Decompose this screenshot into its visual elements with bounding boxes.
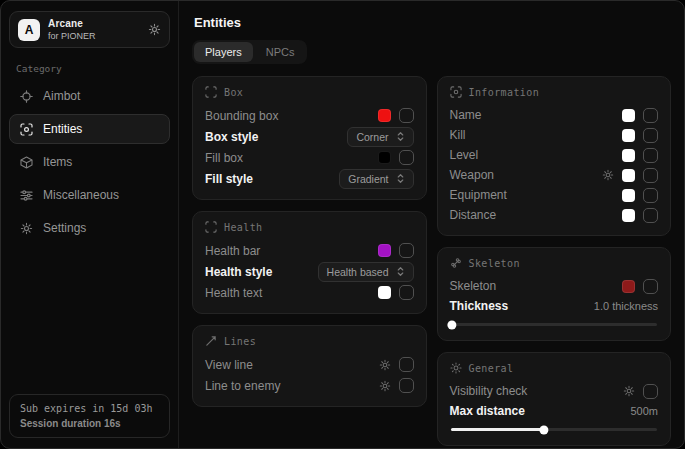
visibility-check-label: Visibility check	[450, 384, 528, 398]
weapon-color-swatch[interactable]	[622, 169, 635, 182]
tab-npcs[interactable]: NPCs	[255, 42, 306, 62]
entities-scan-icon	[20, 123, 33, 136]
fill-box-label: Fill box	[205, 151, 243, 165]
line-to-enemy-label: Line to enemy	[205, 379, 280, 393]
bounding-box-label: Bounding box	[205, 109, 278, 123]
kill-label: Kill	[450, 128, 466, 142]
sun-icon	[450, 362, 462, 374]
kill-checkbox[interactable]	[643, 128, 658, 143]
max-distance-slider-thumb[interactable]	[540, 425, 549, 434]
sidebar-item-label: Aimbot	[43, 89, 80, 103]
max-distance-slider[interactable]	[451, 428, 658, 431]
equipment-checkbox[interactable]	[643, 188, 658, 203]
view-line-gear-icon[interactable]	[379, 359, 391, 371]
bounding-box-checkbox[interactable]	[399, 108, 414, 123]
thickness-label: Thickness	[450, 299, 509, 313]
health-text-checkbox[interactable]	[399, 285, 414, 300]
skeleton-label: Skeleton	[450, 279, 497, 293]
health-bar-color-swatch[interactable]	[378, 244, 391, 257]
equipment-color-swatch[interactable]	[622, 189, 635, 202]
health-style-select[interactable]: Health based	[318, 262, 414, 282]
sidebar: A Arcane for PIONER Category Aim	[1, 1, 179, 448]
box-panel: Box Bounding box Box style Corner	[192, 76, 427, 200]
sidebar-nav: Aimbot Entities Items	[9, 81, 170, 243]
view-line-label: View line	[205, 358, 253, 372]
weapon-label: Weapon	[450, 168, 494, 182]
health-text-color-swatch[interactable]	[378, 286, 391, 299]
level-label: Level	[450, 148, 479, 162]
sidebar-settings-icon[interactable]	[148, 23, 161, 36]
information-panel: Information Name Kill	[437, 76, 672, 236]
sidebar-item-entities[interactable]: Entities	[9, 114, 170, 144]
app-window: A Arcane for PIONER Category Aim	[0, 0, 685, 449]
box-style-label: Box style	[205, 130, 258, 144]
name-color-swatch[interactable]	[622, 109, 635, 122]
unfold-icon	[396, 266, 405, 277]
name-checkbox[interactable]	[643, 108, 658, 123]
fill-box-color-swatch[interactable]	[378, 151, 391, 164]
weapon-gear-icon[interactable]	[602, 169, 614, 181]
bounding-box-color-swatch[interactable]	[378, 109, 391, 122]
health-text-label: Health text	[205, 286, 262, 300]
box-style-value: Corner	[356, 131, 388, 143]
package-icon	[20, 156, 33, 169]
brand-card: A Arcane for PIONER	[9, 11, 170, 48]
panel-title: Skeleton	[469, 258, 520, 269]
panel-title: Lines	[224, 336, 256, 347]
level-checkbox[interactable]	[643, 148, 658, 163]
visibility-check-checkbox[interactable]	[643, 384, 658, 399]
left-column: Box Bounding box Box style Corner	[192, 76, 427, 407]
fill-style-select[interactable]: Gradient	[339, 169, 413, 189]
brackets-icon	[205, 221, 217, 233]
distance-color-swatch[interactable]	[622, 209, 635, 222]
scan-target-icon	[450, 86, 462, 98]
sidebar-item-label: Settings	[43, 221, 86, 235]
box-style-select[interactable]: Corner	[347, 127, 413, 147]
thickness-slider-thumb[interactable]	[447, 320, 456, 329]
crosshair-icon	[20, 90, 33, 103]
right-column: Information Name Kill	[437, 76, 672, 446]
sliders-icon	[20, 189, 33, 202]
max-distance-value: 500m	[630, 405, 658, 417]
visibility-check-gear-icon[interactable]	[623, 385, 635, 397]
app-subtitle: for PIONER	[48, 31, 96, 41]
sub-expiry-text: Sub expires in 15d 03h	[20, 403, 159, 414]
bone-icon	[450, 257, 462, 269]
general-panel: General Visibility check Max distance	[437, 352, 672, 446]
skeleton-color-swatch[interactable]	[622, 280, 635, 293]
panel-title: General	[469, 363, 514, 374]
skeleton-checkbox[interactable]	[643, 279, 658, 294]
lines-panel: Lines View line Line to enemy	[192, 325, 427, 407]
unfold-icon	[396, 173, 405, 184]
sidebar-item-miscellaneous[interactable]: Miscellaneous	[9, 180, 170, 210]
sidebar-item-settings[interactable]: Settings	[9, 213, 170, 243]
fill-style-value: Gradient	[348, 173, 388, 185]
health-bar-checkbox[interactable]	[399, 243, 414, 258]
health-style-label: Health style	[205, 265, 272, 279]
sidebar-item-aimbot[interactable]: Aimbot	[9, 81, 170, 111]
health-style-value: Health based	[327, 266, 389, 278]
skeleton-panel: Skeleton Skeleton Thickness 1.0 thicknes…	[437, 247, 672, 341]
equipment-label: Equipment	[450, 188, 507, 202]
level-color-swatch[interactable]	[622, 149, 635, 162]
brand-text: Arcane for PIONER	[48, 18, 96, 41]
diagonal-line-icon	[205, 335, 217, 347]
sidebar-item-items[interactable]: Items	[9, 147, 170, 177]
line-to-enemy-checkbox[interactable]	[399, 378, 414, 393]
category-label: Category	[16, 63, 163, 74]
sidebar-item-label: Items	[43, 155, 72, 169]
weapon-checkbox[interactable]	[643, 168, 658, 183]
line-to-enemy-gear-icon[interactable]	[379, 380, 391, 392]
thickness-slider[interactable]	[451, 323, 658, 326]
gear-icon	[20, 222, 33, 235]
sidebar-item-label: Miscellaneous	[43, 188, 119, 202]
page-title: Entities	[194, 15, 671, 30]
kill-color-swatch[interactable]	[622, 129, 635, 142]
subscription-info: Sub expires in 15d 03h Session duration …	[9, 394, 170, 438]
tab-players[interactable]: Players	[194, 42, 253, 62]
name-label: Name	[450, 108, 482, 122]
fill-box-checkbox[interactable]	[399, 150, 414, 165]
brackets-icon	[205, 86, 217, 98]
view-line-checkbox[interactable]	[399, 357, 414, 372]
distance-checkbox[interactable]	[643, 208, 658, 223]
